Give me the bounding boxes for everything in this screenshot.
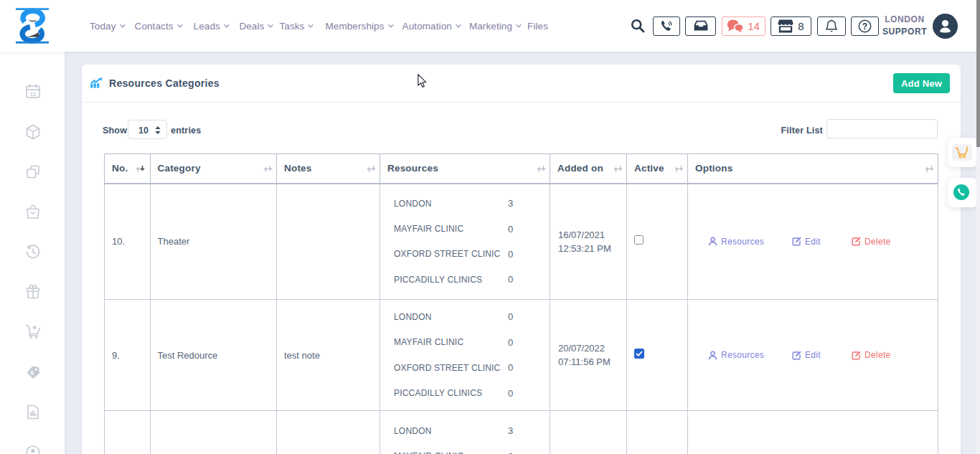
- svg-text:?: ?: [862, 21, 867, 31]
- svg-text:12: 12: [30, 91, 36, 98]
